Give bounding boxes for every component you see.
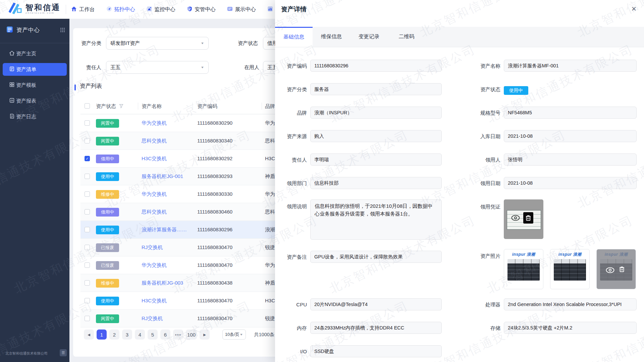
row-checkbox[interactable] (85, 120, 90, 126)
tab-2[interactable]: 维保信息 (313, 27, 350, 47)
field-value-dept[interactable]: 信息科技部 (310, 177, 442, 189)
filter-category-select[interactable]: 研发部IT资产▼ (106, 37, 209, 50)
close-icon[interactable]: ✕ (629, 4, 639, 13)
asset-name-link[interactable]: H3C交换机 (142, 292, 167, 309)
filter-owner-select[interactable]: 王五▼ (106, 61, 209, 74)
row-checkbox[interactable] (85, 227, 90, 232)
field-value-category[interactable]: 服务器 (310, 83, 442, 95)
tab-3[interactable]: 变更记录 (350, 27, 388, 47)
voucher-thumbnail[interactable] (504, 199, 543, 239)
preview-eye-icon[interactable] (511, 215, 520, 222)
status-badge: 借用中 (96, 155, 119, 163)
field-value-owner[interactable]: 李明瑞 (310, 154, 442, 166)
display-icon (227, 6, 233, 13)
nav-item-2[interactable]: 拓扑中心 (106, 6, 135, 13)
asset-code: 1111680830470 (197, 239, 232, 256)
preview-eye-icon[interactable] (606, 267, 614, 275)
row-checkbox[interactable] (85, 245, 90, 250)
page-button-100[interactable]: 100 (186, 329, 197, 340)
field-label-brand: 品牌 (275, 110, 307, 116)
asset-brand: 华为 (265, 256, 275, 274)
nav-item-5[interactable]: 展示中心 (227, 6, 256, 13)
asset-photo-thumbnail-1[interactable]: inspur 浪潮 (504, 249, 543, 289)
asset-name-link[interactable]: 服务器机柜JG-003 (142, 274, 183, 292)
app-window: 智和信通 zhtelecom.com 工作台拓扑中心监控中心安管中心展示中心流量… (0, 0, 644, 362)
page-size-select[interactable]: 10条/页▼ (222, 329, 246, 340)
asset-name-link[interactable]: 服务器机柜JG-001 (142, 168, 183, 185)
sidebar-title: 资产中心 (16, 26, 40, 34)
asset-name-link[interactable]: 华为交换机 (142, 114, 167, 132)
apps-grid-icon[interactable] (60, 28, 65, 33)
asset-name-link[interactable]: 思科交换机 (142, 203, 167, 221)
nav-item-3[interactable]: 监控中心 (147, 6, 175, 13)
row-checkbox[interactable] (85, 174, 90, 179)
tab-1[interactable]: 基础信息 (275, 27, 313, 47)
field-value-use_date[interactable]: 2021-10-08 (504, 177, 637, 189)
page-button-5[interactable]: 5 (148, 329, 158, 340)
row-checkbox[interactable] (85, 209, 90, 215)
more-pages-icon[interactable]: ••• (173, 329, 183, 340)
field-value-memory[interactable]: 24条2933MHz内存插槽，支持DDR4 ECC (310, 322, 442, 334)
field-label-photos: 资产照片 (456, 253, 500, 259)
asset-name-link[interactable]: 思科交换机 (142, 132, 167, 149)
collapse-icon[interactable]: ☰ (60, 349, 67, 356)
brand-logo[interactable]: 智和信通 zhtelecom.com (9, 3, 60, 15)
asset-photo-thumbnail-3[interactable]: inspur 浪潮 (596, 249, 636, 289)
photo-hover-overlay (597, 249, 636, 289)
page-button-1[interactable]: 1 (97, 329, 107, 340)
field-value-in_date[interactable]: 2021-10-08 (504, 130, 637, 142)
row-checkbox[interactable] (85, 138, 90, 143)
sidebar-item-4[interactable]: 资产报表 (3, 95, 67, 107)
asset-name-link[interactable]: 华为交换机 (142, 185, 167, 203)
asset-code: 1111680830470 (197, 310, 232, 327)
sidebar-item-1[interactable]: 资产主页 (3, 47, 67, 60)
row-checkbox[interactable] (85, 191, 90, 197)
field-value-code[interactable]: 1111680830296 (310, 60, 442, 72)
sidebar-item-5[interactable]: 资产日志 (3, 110, 67, 123)
row-checkbox[interactable] (85, 298, 90, 303)
filter-funnel-icon[interactable] (119, 104, 123, 108)
asset-code: 1111680830290 (197, 114, 232, 132)
nav-item-label: 拓扑中心 (114, 6, 135, 13)
asset-name-link[interactable]: 浪潮计算服务器…… (142, 221, 187, 238)
delete-trash-icon[interactable] (619, 266, 625, 274)
field-value-processor[interactable]: 2nd Generation Intel Xeon Scalable Proce… (504, 298, 637, 310)
col-status: 资产状态 (96, 98, 123, 114)
field-value-use_desc[interactable]: 信息科技部的张悟明，于2021年10月08日，因数据中心业务服务器升级需要，领用… (310, 199, 442, 240)
field-value-storage[interactable]: 24块2.5/3.5英寸硬盘 +2片M.2 (504, 322, 637, 334)
company-name: 北京智和信通技术有限公司 (5, 351, 48, 355)
asset-name-link[interactable]: RJ交换机 (142, 239, 163, 256)
nav-item-4[interactable]: 安管中心 (187, 6, 216, 13)
page-button-2[interactable]: 2 (109, 329, 119, 340)
field-value-model[interactable]: NF5468M5 (504, 107, 637, 119)
asset-photo-thumbnail-2[interactable]: inspur 浪潮 (550, 249, 590, 289)
sidebar-item-3[interactable]: 资产模板 (3, 79, 67, 92)
field-value-note[interactable]: GPU设备，采用风道设计，保障散热效果 (310, 251, 442, 263)
field-value-name[interactable]: 浪潮计算服务器MF-001 (504, 60, 637, 72)
asset-name-link[interactable]: RJ交换机 (142, 310, 163, 327)
asset-name-link[interactable]: H3C交换机 (142, 150, 167, 167)
page-button-4[interactable]: 4 (135, 329, 145, 340)
field-value-source[interactable]: 购入 (310, 130, 442, 142)
page-button-3[interactable]: 3 (122, 329, 132, 340)
row-checkbox[interactable]: ✓ (85, 156, 90, 161)
field-value-cpu[interactable]: 20片NVIDIA@Tesla@T4 (310, 298, 442, 310)
asset-name-link[interactable]: 华为交换机 (142, 256, 167, 274)
page-button-6[interactable]: 6 (160, 329, 170, 340)
row-checkbox[interactable] (85, 262, 90, 268)
tab-4[interactable]: 二维码 (388, 27, 425, 47)
field-value-brand[interactable]: 浪潮（INSPUR） (310, 107, 442, 119)
prev-page-button[interactable]: ◀ (84, 329, 94, 340)
row-checkbox[interactable] (85, 316, 90, 321)
nav-item-1[interactable]: 工作台 (71, 6, 95, 13)
sidebar-footer: 北京智和信通技术有限公司 ☰ (5, 351, 69, 356)
inspur-logo: inspur 浪潮 (550, 252, 589, 257)
field-value-io[interactable]: SSD硬盘 (310, 345, 442, 357)
select-all-checkbox[interactable] (85, 103, 90, 109)
field-value-user[interactable]: 张悟明 (504, 154, 637, 166)
next-page-button[interactable]: ▶ (200, 329, 210, 340)
delete-trash-icon[interactable] (523, 212, 533, 224)
row-checkbox[interactable] (85, 280, 90, 286)
status-badge: 闲置中 (96, 137, 119, 145)
sidebar-item-2[interactable]: 资产清单 (3, 63, 67, 76)
